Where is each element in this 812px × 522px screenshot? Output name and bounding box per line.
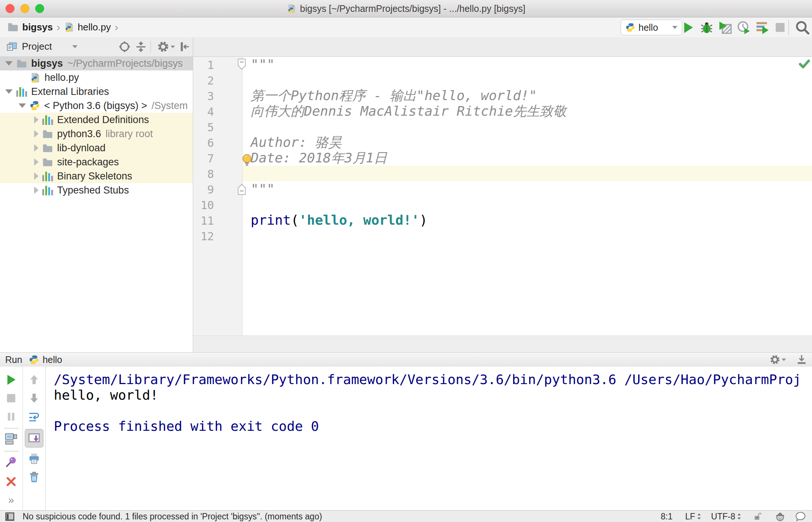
restore-layout-button[interactable] <box>4 432 19 446</box>
project-settings-gear-button[interactable] <box>156 39 176 54</box>
tool-window-toggle-icon[interactable] <box>5 512 14 521</box>
pause-output-button[interactable] <box>4 409 19 424</box>
line-number: 1 <box>193 57 214 73</box>
run-panel-config-name: hello <box>43 354 62 365</box>
rerun-button[interactable] <box>4 372 19 387</box>
tree-item-extended-definitions[interactable]: Extended Definitions <box>0 113 193 127</box>
line-number: 2 <box>193 73 214 89</box>
notifications-bubble-icon[interactable] <box>795 511 806 522</box>
string-literal: 'hello, world!' <box>299 212 419 228</box>
print-console-button[interactable] <box>27 451 42 466</box>
line-number: 8 <box>193 166 214 182</box>
run-settings-gear-button[interactable] <box>770 354 786 365</box>
breadcrumb-project[interactable]: bigsys <box>22 22 53 33</box>
code-line-1: """ <box>251 57 275 72</box>
up-down-arrows-icon <box>697 513 702 520</box>
scroll-to-end-button[interactable] <box>25 429 43 447</box>
chevron-down-icon <box>782 359 786 361</box>
editor-gutter: 1 2 3 4 5 6 7 8 9 10 11 12 <box>193 57 242 336</box>
run-with-coverage-button[interactable] <box>718 20 733 35</box>
line-number: 9 <box>193 182 214 198</box>
tree-item-bigsys[interactable]: bigsys ~/PycharmProjects/bigsys <box>0 56 193 70</box>
tree-item-lib-dynload[interactable]: lib-dynload <box>0 141 193 155</box>
library-icon <box>16 86 27 97</box>
caret-position-widget[interactable]: 8:1 <box>661 512 673 522</box>
chevron-down-icon[interactable] <box>19 103 26 108</box>
paren: ) <box>419 212 428 228</box>
prev-occurrence-button[interactable] <box>27 372 42 387</box>
chevron-right-icon[interactable] <box>34 186 39 194</box>
python-logo-icon <box>30 100 40 111</box>
fold-region-start-icon[interactable] <box>237 58 247 70</box>
debug-button[interactable] <box>699 20 714 35</box>
folder-icon <box>7 22 19 32</box>
hide-run-panel-button[interactable] <box>796 354 807 365</box>
tree-item-site-packages[interactable]: site-packages <box>0 155 193 169</box>
tree-item-typeshed-stubs[interactable]: Typeshed Stubs <box>0 183 193 197</box>
tree-item-hello-py[interactable]: hello.py <box>0 70 193 85</box>
tree-item-python-sdk[interactable]: < Python 3.6 (bigsys) > /System <box>0 99 193 113</box>
navigation-bar: bigsys › hello.py › hello <box>0 17 812 37</box>
breadcrumb-file[interactable]: hello.py <box>77 22 111 33</box>
line-number: 4 <box>193 104 214 120</box>
line-number: 10 <box>193 198 214 213</box>
line-separator-value: LF <box>685 512 695 522</box>
collapse-all-button[interactable] <box>133 39 148 54</box>
chevron-right-icon[interactable] <box>34 130 39 138</box>
pin-tab-button[interactable] <box>4 455 19 469</box>
breadcrumb-chevron-icon: › <box>115 21 118 33</box>
unlock-icon[interactable] <box>753 512 762 521</box>
tree-item-binary-skeletons[interactable]: Binary Skeletons <box>0 169 193 183</box>
chevron-right-icon[interactable] <box>34 144 39 152</box>
breadcrumb-chevron-icon: › <box>56 21 60 33</box>
line-number: 3 <box>193 89 214 104</box>
code-line-6: Author: 骆昊 <box>251 135 341 150</box>
fold-region-end-icon[interactable] <box>237 184 247 195</box>
up-down-arrows-icon <box>737 513 742 520</box>
tree-item-external-libraries[interactable]: External Libraries <box>0 85 193 99</box>
concurrency-diagram-button[interactable] <box>755 20 770 35</box>
run-panel-header[interactable]: Run hello <box>0 352 812 367</box>
editor-code-area[interactable]: 1 2 3 4 5 6 7 8 9 10 11 12 """ 第一个Python… <box>193 57 812 336</box>
close-run-panel-button[interactable] <box>4 474 19 489</box>
chevron-down-icon[interactable] <box>5 89 13 94</box>
print-keyword: print <box>251 212 291 228</box>
python-logo-icon <box>29 355 39 365</box>
python-file-icon <box>287 4 296 13</box>
editor-bottom-strip <box>193 336 812 353</box>
caret-position-value: 8:1 <box>661 512 673 522</box>
tree-item-label: lib-dynload <box>57 142 106 154</box>
code-line-3: 第一个Python程序 - 输出"hello, world!" <box>251 88 537 103</box>
hide-panel-button[interactable] <box>177 39 192 54</box>
tree-item-path: /System <box>152 100 188 112</box>
tree-item-python36[interactable]: python3.6 library root <box>0 127 193 141</box>
soft-wrap-button[interactable] <box>27 409 42 424</box>
chevron-down-icon[interactable] <box>5 61 13 66</box>
chevron-right-icon[interactable] <box>34 116 39 123</box>
chevron-right-icon[interactable] <box>34 158 39 166</box>
search-everywhere-icon[interactable] <box>795 20 810 35</box>
project-panel-title[interactable]: Project <box>22 41 52 52</box>
stop-button[interactable] <box>773 20 788 35</box>
clear-console-button[interactable] <box>27 470 42 485</box>
scroll-to-source-button[interactable] <box>117 39 132 54</box>
inspection-status-check-icon[interactable] <box>798 59 810 69</box>
status-message: No suspicious code found. 1 files proces… <box>23 512 322 522</box>
intention-bulb-icon[interactable] <box>241 153 253 167</box>
status-bar: No suspicious code found. 1 files proces… <box>0 510 812 522</box>
chevron-down-icon[interactable] <box>72 45 77 48</box>
run-configuration-select[interactable]: hello <box>621 20 682 35</box>
run-button[interactable] <box>681 20 696 35</box>
encoding-widget[interactable]: UTF-8 <box>711 512 742 522</box>
tree-item-label: Typeshed Stubs <box>57 185 129 196</box>
hector-inspector-icon[interactable] <box>775 511 785 522</box>
console-exit-line: Process finished with exit code 0 <box>54 419 319 434</box>
chevron-right-icon[interactable] <box>34 172 39 180</box>
toolbar-separator <box>788 20 789 34</box>
next-occurrence-button[interactable] <box>27 391 42 406</box>
line-separator-widget[interactable]: LF <box>685 512 702 522</box>
stop-process-button[interactable] <box>4 391 19 406</box>
profiler-button[interactable] <box>736 20 751 35</box>
more-actions-button[interactable]: » <box>4 493 19 508</box>
python-logo-icon <box>625 23 635 32</box>
